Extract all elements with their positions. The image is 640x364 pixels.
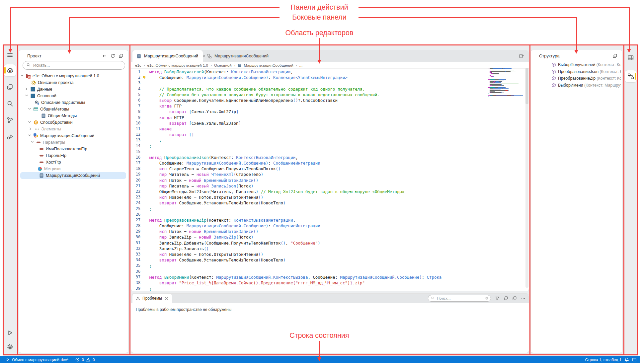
code-line[interactable]: 24 возврат Сообщение.УстановитьТелоИзПот…: [131, 200, 523, 206]
code-line[interactable]: 31 ЗаписьZip.Добавить(Сообщение.Получить…: [131, 240, 523, 246]
code-line[interactable]: 1метод ВыборПолучателей(Контекст: Контек…: [131, 69, 523, 75]
code-line[interactable]: 19 пер Читатель = новый ЧтениеXml(Старое…: [131, 172, 523, 177]
code-line[interactable]: 32 ЗаписьZip.Записать(): [131, 246, 523, 252]
close-icon[interactable]: [164, 296, 169, 301]
code-line[interactable]: 25;: [131, 206, 523, 212]
chevron-down-icon[interactable]: [30, 140, 35, 144]
chevron-right-icon[interactable]: [28, 126, 33, 131]
problems-search-input[interactable]: [436, 296, 483, 301]
code-line[interactable]: 28 Сообщение: МаршрутизацияСообщений.Соо…: [131, 223, 523, 229]
code-line[interactable]: 21 пер Писатель = новый ЗаписьJson(Поток…: [131, 183, 523, 189]
tree-item[interactable]: Описание подсистемы: [19, 99, 128, 106]
toggle-panel-icon[interactable]: [632, 357, 637, 362]
tree-item[interactable]: ОбщиеМетоды: [19, 112, 128, 119]
git-button[interactable]: [4, 114, 16, 126]
code-line[interactable]: 33 исп НовоеТело = Поток.ОткрытьПотокЧте…: [131, 252, 523, 257]
code-line[interactable]: 17 Сообщение: МаршрутизацияСообщений.Соо…: [131, 160, 523, 166]
structure-item[interactable]: ВыборИмени (Контекст: Маршрутизаци...: [531, 82, 621, 89]
warnings-icon[interactable]: [86, 357, 91, 362]
code-line[interactable]: 14;: [131, 143, 523, 149]
code-line[interactable]: 3: [131, 80, 523, 86]
code-line[interactable]: 10 возврат [Схема.Узлы.Xml2Json]: [131, 120, 523, 126]
code-line[interactable]: 35;: [131, 263, 523, 268]
chevron-down-icon[interactable]: [27, 107, 32, 111]
project-search-input[interactable]: [33, 63, 121, 68]
breadcrumb-item[interactable]: ...: [299, 63, 303, 67]
chevron-down-icon[interactable]: [27, 120, 32, 124]
code-editor[interactable]: 1метод ВыборПолучателей(Контекст: Контек…: [131, 69, 523, 291]
code-line[interactable]: 16метод ПреобразованиеJson(Контекст: Кон…: [131, 155, 523, 160]
open-in-new-window-icon[interactable]: [519, 53, 524, 59]
problems-search-box[interactable]: [428, 295, 491, 302]
project-search-box[interactable]: [23, 61, 125, 70]
code-line[interactable]: 6 выбор Сообщение.Получатели.Единственны…: [131, 98, 523, 103]
launch-icon[interactable]: [5, 357, 10, 362]
search-button[interactable]: [4, 98, 16, 109]
tree-item[interactable]: 1сe1c::Обмен с маршрутизацией 1.0: [19, 73, 128, 79]
code-line[interactable]: 38 возврат "Price_list_%{ДатаВремя.Сейча…: [131, 280, 523, 286]
code-line[interactable]: 29 исп Поток = новый ВременныйПотокЗапис…: [131, 229, 523, 234]
code-line[interactable]: 7 когда FTP: [131, 103, 523, 109]
caret-position[interactable]: Строка 1, столбец 1: [585, 357, 621, 362]
tree-item[interactable]: Основной: [19, 93, 128, 99]
code-line[interactable]: 15: [131, 149, 523, 155]
tree-item[interactable]: МаршрутизацияСообщений: [19, 132, 128, 139]
chevron-down-icon[interactable]: [27, 133, 32, 138]
chevron-right-icon[interactable]: [24, 87, 29, 91]
code-line[interactable]: 9 когда HTTP: [131, 115, 523, 120]
chevron-down-icon[interactable]: [20, 73, 24, 78]
tab-problems[interactable]: Проблемы: [132, 294, 172, 303]
breadcrumb-item[interactable]: e1c: [135, 63, 141, 67]
tree-item[interactable]: Данные: [19, 86, 128, 93]
breadcrumb[interactable]: e1c›e1c::Обмен с маршрутизацией 1.0›Осно…: [131, 62, 529, 69]
notifications-icon[interactable]: [624, 357, 629, 362]
onec-perspective-button[interactable]: 1с: [4, 64, 16, 76]
code-line[interactable]: 18 исп СтароеТело = Сообщение.ПолучитьТе…: [131, 166, 523, 172]
run-button[interactable]: [4, 327, 16, 339]
status-project-name[interactable]: Обмен с маршрутизацией-dev*: [12, 357, 68, 362]
tree-item[interactable]: Элементы: [19, 126, 128, 132]
code-line[interactable]: 34 возврат Сообщение.УстановитьТелоИзПот…: [131, 257, 523, 263]
quickfix-bulb-icon[interactable]: [140, 75, 148, 80]
minimap[interactable]: [488, 68, 525, 97]
code-line[interactable]: 8 возврат [Схема.Узлы.Xml2Zip]: [131, 109, 523, 114]
warnings-count[interactable]: 0: [93, 357, 95, 362]
code-line[interactable]: 37метод ВыборИмени(Контекст: Маршрутизац…: [131, 274, 523, 280]
structure-item[interactable]: ПреобразованиеZip (Контекст: Контекс...: [531, 75, 621, 82]
code-line[interactable]: 26: [131, 212, 523, 217]
code-line[interactable]: 4 // Предполагается, что каждое сообщени…: [131, 86, 523, 92]
tree-item[interactable]: Описание проекта: [19, 79, 128, 86]
breadcrumb-item[interactable]: Основной: [214, 63, 232, 67]
code-line[interactable]: 27метод ПреобразованиеZip(Контекст: Конт…: [131, 217, 523, 223]
filter-icon[interactable]: [495, 296, 500, 301]
refresh-icon[interactable]: [110, 53, 115, 58]
code-line[interactable]: 5 // Сообщения без указанного получателя…: [131, 92, 523, 98]
code-line[interactable]: 22 ОбщиеМетоды.Xml2Json(Читатель, Писате…: [131, 189, 523, 194]
code-line[interactable]: 12 возврат []: [131, 132, 523, 137]
tab-routing-module[interactable]: МаршрутизацияСообщений: [132, 50, 203, 62]
breadcrumb-item[interactable]: МаршрутизацияСообщений: [244, 63, 293, 67]
scrollbar-thumb[interactable]: [525, 68, 528, 104]
errors-count[interactable]: 0: [82, 357, 84, 362]
structure-item[interactable]: ВыборПолучателей (Контекст: Контекст...: [531, 61, 621, 68]
tree-item[interactable]: Метрики: [19, 166, 128, 172]
restore-panel-icon[interactable]: [612, 53, 617, 58]
code-line[interactable]: 13 ;: [131, 137, 523, 143]
table-view-button[interactable]: [625, 52, 637, 64]
clear-search-icon[interactable]: [485, 295, 489, 301]
tree-item[interactable]: ХостFtp: [19, 159, 128, 166]
restore-panel-icon[interactable]: [119, 53, 123, 58]
code-line[interactable]: 39;: [131, 286, 523, 291]
tree-item[interactable]: ИмяПользователяFtp: [19, 146, 128, 152]
code-line[interactable]: 11 иначе: [131, 126, 523, 132]
code-line[interactable]: 20 исп Поток = новый ВременныйПотокЗапис…: [131, 178, 523, 183]
tree-item[interactable]: Параметры: [19, 139, 128, 146]
settings-button[interactable]: [4, 341, 16, 353]
tree-item[interactable]: ОбщиеМетоды: [19, 106, 128, 112]
editor-scrollbar[interactable]: [525, 68, 528, 288]
tree-item[interactable]: EСпособДоставки: [19, 119, 128, 126]
structure-view-button[interactable]: [625, 70, 637, 82]
more-actions-icon[interactable]: [521, 296, 525, 301]
tree-item[interactable]: ПарольFtp: [19, 152, 128, 159]
back-icon[interactable]: [102, 53, 107, 58]
